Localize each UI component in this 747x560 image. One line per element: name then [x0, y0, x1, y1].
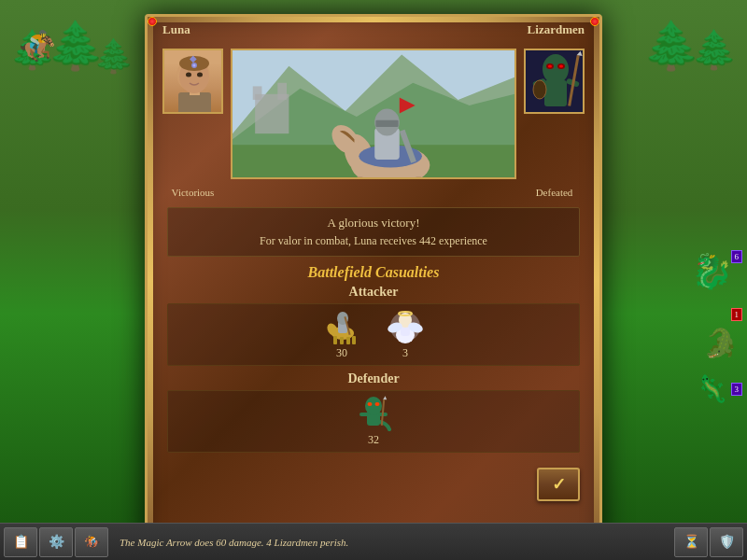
battle-result-dialog: Luna Lizardmen: [145, 14, 602, 546]
taskbar-btn-5[interactable]: 🛡️: [710, 527, 743, 557]
cavalry-left: 🏇: [19, 28, 56, 63]
svg-rect-0: [178, 92, 211, 114]
tree-decoration: 🌲: [93, 37, 134, 76]
name-row: Luna Lizardmen: [153, 22, 594, 39]
svg-rect-30: [544, 80, 567, 106]
victory-message-box: A glorious victory! For valor in combat,…: [167, 207, 580, 257]
casualties-section: Battlefield Casualties Attacker: [167, 264, 580, 453]
horseman-icon: [324, 309, 359, 344]
hp-badge-3: 3: [731, 383, 743, 396]
attacker-units-row: 30: [167, 303, 580, 366]
attacker-unit-2-count: 3: [402, 346, 408, 360]
attacker-label: Attacker: [167, 285, 580, 300]
status-victorious: Victorious: [162, 187, 223, 198]
svg-point-4: [186, 73, 191, 77]
svg-rect-25: [375, 120, 398, 127]
taskbar-btn-4[interactable]: ⏳: [674, 527, 708, 557]
tree-decoration: 🌲: [642, 19, 700, 73]
svg-point-36: [559, 65, 563, 68]
knight-scene-bg: [233, 50, 514, 177]
hp-badge-2: 1: [731, 308, 743, 321]
lizardman-icon: [356, 396, 391, 431]
hp-badge-1: 6: [731, 250, 743, 263]
svg-point-59: [375, 402, 380, 406]
svg-marker-63: [383, 396, 387, 399]
hero-portrait: [162, 49, 223, 114]
svg-point-29: [543, 54, 569, 84]
svg-point-39: [533, 80, 546, 99]
border-right: [594, 17, 599, 543]
svg-rect-44: [352, 336, 356, 344]
ok-button[interactable]: ✓: [537, 468, 580, 501]
victory-title: A glorious victory!: [179, 216, 568, 231]
corner-gem-tr: [590, 17, 599, 26]
defender-units-row: 32: [167, 390, 580, 453]
taskbar-btn-2[interactable]: ⚙️: [39, 527, 73, 557]
svg-point-35: [548, 65, 552, 68]
experience-message: For valor in combat, Luna receives 442 e…: [179, 234, 568, 248]
svg-rect-41: [333, 336, 337, 344]
header-area: [153, 41, 594, 187]
svg-point-7: [193, 64, 196, 67]
svg-rect-12: [255, 94, 289, 133]
defender-label: Defender: [167, 371, 580, 386]
border-top: [148, 17, 599, 22]
attacker-unit-1-count: 30: [336, 346, 347, 360]
svg-point-5: [197, 73, 203, 77]
status-bar-text: The Magic Arrow does 60 damage. 4 Lizard…: [110, 537, 672, 548]
monster-right-1: 🐉: [691, 252, 733, 291]
defender-unit-1-count: 32: [368, 433, 379, 447]
angel-icon: [388, 309, 423, 344]
svg-point-57: [365, 397, 382, 415]
status-row: Victorious Defeated: [153, 185, 594, 200]
monster-right-3: 🦎: [696, 373, 728, 404]
enemy-portrait: [524, 49, 585, 114]
svg-rect-60: [359, 413, 369, 416]
taskbar-btn-1[interactable]: 📋: [4, 527, 37, 557]
svg-point-58: [368, 402, 373, 406]
attacker-unit-2: 3: [388, 309, 423, 360]
hero-name: Luna: [162, 22, 190, 37]
svg-rect-42: [340, 337, 344, 344]
defender-unit-1: 32: [356, 396, 391, 447]
svg-rect-43: [346, 337, 350, 344]
casualties-title: Battlefield Casualties: [167, 264, 580, 281]
corner-gem-tl: [148, 17, 157, 26]
status-defeated: Defeated: [524, 187, 585, 198]
svg-rect-14: [277, 83, 287, 100]
svg-rect-13: [253, 86, 262, 99]
hero-face-graphic: [164, 50, 221, 112]
attacker-unit-1: 30: [324, 309, 359, 360]
enemy-name: Lizardmen: [528, 22, 585, 37]
battle-scene-image: [231, 49, 516, 179]
monster-right-2: 🐊: [703, 327, 738, 359]
ok-button-area: ✓: [153, 460, 594, 509]
taskbar: 📋 ⚙️ 🏇 The Magic Arrow does 60 damage. 4…: [0, 523, 747, 560]
taskbar-btn-3[interactable]: 🏇: [75, 527, 108, 557]
